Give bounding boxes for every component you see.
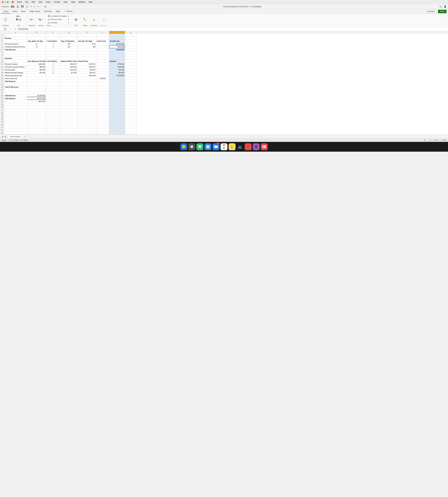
cell[interactable] <box>4 126 27 129</box>
cell[interactable] <box>60 57 78 60</box>
spreadsheet-container[interactable]: A B C D E F G H 12Revenue3Avg. Appts. Pe… <box>0 31 448 134</box>
cell[interactable] <box>46 51 60 54</box>
cell[interactable] <box>96 86 109 89</box>
cell[interactable] <box>96 45 109 48</box>
cell[interactable]: Total Revenue <box>4 94 27 97</box>
cell[interactable] <box>125 54 137 57</box>
cell[interactable] <box>60 106 78 109</box>
col-header-A[interactable]: A <box>4 31 27 34</box>
cell[interactable] <box>78 109 96 111</box>
cell[interactable]: 2 <box>46 45 60 48</box>
cell[interactable]: $35,000 <box>27 68 46 71</box>
tab-draw[interactable]: Draw <box>19 9 27 14</box>
cell[interactable] <box>78 80 96 83</box>
cell[interactable] <box>27 80 46 83</box>
cell[interactable] <box>78 91 96 94</box>
dock-finder[interactable]: 😊 <box>180 143 187 150</box>
cell[interactable] <box>78 57 96 60</box>
cell[interactable]: 235 <box>60 43 78 45</box>
cell[interactable] <box>60 51 78 54</box>
page-view-icon[interactable]: 📄 <box>426 139 428 141</box>
save-icon[interactable]: 💾 <box>21 5 24 8</box>
analyze-btn[interactable]: 📈 <box>101 18 107 21</box>
cell[interactable] <box>125 83 137 86</box>
cell[interactable] <box>109 54 125 57</box>
cell[interactable] <box>78 34 96 37</box>
cell[interactable]: Physician Salaries <box>4 62 27 65</box>
zoom-out-btn[interactable]: − <box>432 140 433 141</box>
dock-news[interactable]: 📰 <box>261 143 268 150</box>
cell[interactable] <box>4 100 27 103</box>
col-header-D[interactable]: D <box>60 31 78 34</box>
cell[interactable] <box>46 97 60 100</box>
cell[interactable] <box>46 83 60 86</box>
cell[interactable] <box>46 91 60 94</box>
cell[interactable]: $1,605,050 <box>27 94 46 97</box>
cell[interactable]: Payroll Taxes <box>78 60 96 62</box>
cell[interactable] <box>27 106 46 109</box>
cell[interactable] <box>78 120 96 123</box>
cell[interactable] <box>96 106 109 109</box>
cell[interactable] <box>109 132 125 134</box>
cell[interactable] <box>4 60 27 62</box>
cell[interactable] <box>4 129 27 132</box>
more-options[interactable]: ··· <box>41 5 43 8</box>
cell[interactable]: Avg. Appts. Per Day <box>27 40 46 43</box>
cell[interactable] <box>4 106 27 109</box>
comments-button[interactable]: Comments <box>425 10 437 13</box>
cell[interactable] <box>125 117 137 120</box>
cell[interactable]: Salaries Before Taxes <box>60 60 78 62</box>
cell-styles-btn[interactable]: 🗂 Cell Styles ▼ <box>47 21 70 24</box>
cell[interactable] <box>60 37 78 40</box>
cell[interactable] <box>78 100 96 103</box>
sheet-tab-initial-analysis[interactable]: Initial analysis <box>8 135 23 138</box>
cell[interactable]: $185,000 <box>27 62 46 65</box>
cell[interactable] <box>4 117 27 120</box>
cell[interactable] <box>60 48 78 51</box>
cell[interactable] <box>4 132 27 134</box>
cell[interactable] <box>125 77 137 80</box>
cell[interactable] <box>109 77 125 80</box>
cell[interactable] <box>4 89 27 91</box>
format-menu[interactable]: Format <box>53 0 61 3</box>
zoom-in-btn[interactable]: + <box>440 140 441 141</box>
col-header-G[interactable]: G <box>109 31 125 34</box>
cell[interactable]: $1,058,650 <box>109 74 125 77</box>
number-arrow[interactable]: ▼ <box>42 19 43 20</box>
cell[interactable] <box>78 123 96 126</box>
col-header-C[interactable]: C <box>46 31 60 34</box>
undo-button[interactable]: ↩ <box>30 5 32 8</box>
cell[interactable] <box>27 109 46 111</box>
cell[interactable] <box>60 120 78 123</box>
cell[interactable]: Medical Assistant Salaries <box>4 71 27 74</box>
cell[interactable] <box>46 77 60 80</box>
cell[interactable] <box>125 97 137 100</box>
cell[interactable] <box>96 117 109 120</box>
edit-menu[interactable]: Edit <box>31 0 35 3</box>
cell[interactable] <box>60 86 78 89</box>
cell[interactable] <box>125 43 137 45</box>
cell[interactable] <box>60 123 78 126</box>
cell[interactable] <box>109 123 125 126</box>
cell[interactable] <box>27 86 46 89</box>
cell[interactable] <box>60 126 78 129</box>
cell[interactable] <box>4 103 27 106</box>
cell[interactable] <box>125 45 137 48</box>
cell[interactable] <box>46 100 60 103</box>
dock-safari[interactable]: 🧭 <box>205 143 211 150</box>
cell[interactable]: 235 <box>60 45 78 48</box>
cell[interactable] <box>109 34 125 37</box>
cell[interactable] <box>78 51 96 54</box>
cell[interactable] <box>46 74 60 77</box>
cell[interactable] <box>78 111 96 114</box>
cell[interactable] <box>96 89 109 91</box>
italic-btn[interactable]: I <box>18 18 19 21</box>
search-icon[interactable]: 🔍 <box>439 5 442 8</box>
tools-menu[interactable]: Tools <box>63 0 68 3</box>
cell[interactable]: $81,667 <box>78 68 96 71</box>
cell[interactable] <box>27 34 46 37</box>
insert-menu[interactable]: Insert <box>45 0 51 3</box>
cell[interactable] <box>125 37 137 40</box>
cell[interactable] <box>60 117 78 120</box>
tab-data[interactable]: Data <box>54 9 62 14</box>
